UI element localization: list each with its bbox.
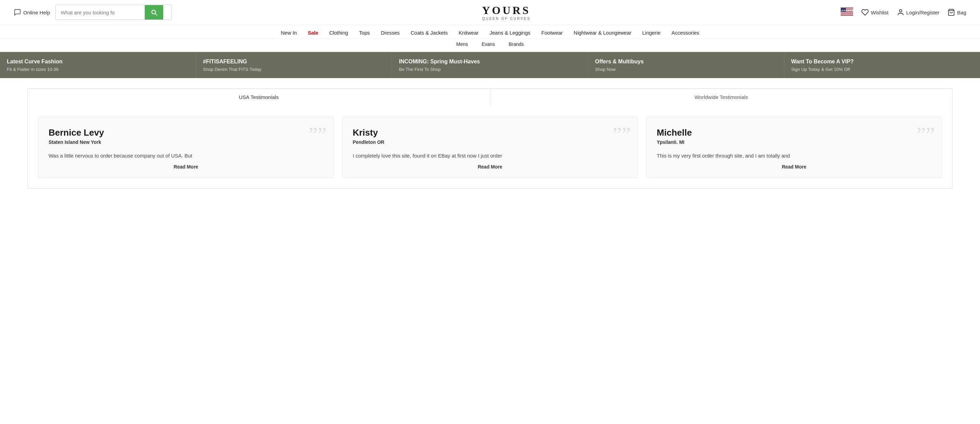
nav-item-nightwear[interactable]: Nightwear & Loungewear	[574, 30, 631, 36]
site-logo[interactable]: YOURS QUEEN OF CURVES	[482, 4, 531, 21]
reviewer-location-0: Staten Island New York	[49, 139, 323, 145]
reviewer-name-0: Bernice Levy	[49, 128, 323, 138]
testimonial-card-1: ”” Kristy Pendleton OR I completely love…	[342, 117, 638, 178]
testimonial-card-2: ”” Michelle Ypsilanti. MI This is my ver…	[646, 117, 942, 178]
quote-mark-0: ””	[308, 124, 326, 145]
nav-item-new-in[interactable]: New In	[281, 30, 297, 36]
chat-icon	[14, 8, 21, 16]
logo-sub-text: QUEEN OF CURVES	[482, 17, 531, 21]
nav-item-lingerie[interactable]: Lingerie	[642, 30, 660, 36]
promo-bar: Latest Curve Fashion Fit & Flatter in si…	[0, 52, 980, 78]
promo-item-0[interactable]: Latest Curve Fashion Fit & Flatter in si…	[0, 52, 196, 78]
svg-point-9	[899, 10, 902, 12]
promo-title-0: Latest Curve Fashion	[7, 58, 189, 65]
online-help-button[interactable]: Online Help	[14, 8, 50, 16]
wishlist-label: Wishlist	[871, 10, 889, 15]
search-icon	[150, 8, 158, 16]
promo-sub-1: Shop Denim That FITS Today	[203, 67, 385, 72]
nav-item-footwear[interactable]: Footwear	[541, 30, 563, 36]
nav-item-jeans-leggings[interactable]: Jeans & Leggings	[490, 30, 530, 36]
bag-label: Bag	[957, 10, 966, 15]
login-button[interactable]: Login/Register	[897, 8, 940, 16]
nav-item-knitwear[interactable]: Knitwear	[458, 30, 478, 36]
nav-item-mens[interactable]: Mens	[456, 41, 468, 47]
testimonial-card-0: ”” Bernice Levy Staten Island New York W…	[38, 117, 334, 178]
nav-item-accessories[interactable]: Accessories	[671, 30, 699, 36]
testimonial-tabs: USA Testimonials Worldwide Testimonials	[27, 88, 953, 107]
promo-sub-0: Fit & Flatter in sizes 10-36	[7, 67, 189, 72]
promo-title-3: Offers & Multibuys	[595, 58, 777, 65]
review-text-1: I completely love this site, found it on…	[353, 152, 628, 160]
reviewer-location-2: Ypsilanti. MI	[657, 139, 931, 145]
quote-mark-2: ””	[917, 124, 935, 145]
nav-item-sale[interactable]: Sale	[308, 30, 318, 36]
primary-nav: New In Sale Clothing Tops Dresses Coats …	[0, 25, 980, 39]
promo-item-2[interactable]: INCOMING: Spring Must-Haves Be The First…	[392, 52, 588, 78]
review-text-2: This is my very first order through site…	[657, 152, 931, 160]
header-right: ★★★★★★ Wishlist Login/Register Bag	[841, 8, 966, 17]
nav-item-coats-jackets[interactable]: Coats & Jackets	[410, 30, 447, 36]
nav-item-brands[interactable]: Brands	[509, 41, 523, 47]
svg-rect-6	[841, 14, 853, 15]
read-more-1[interactable]: Read More	[353, 164, 628, 169]
header-left: Online Help	[14, 5, 172, 20]
site-header: Online Help YOURS QUEEN OF CURVES	[0, 0, 980, 25]
read-more-0[interactable]: Read More	[49, 164, 323, 169]
promo-sub-2: Be The First To Shop	[399, 67, 581, 72]
nav-item-clothing[interactable]: Clothing	[329, 30, 348, 36]
promo-sub-3: Shop Now	[595, 67, 777, 72]
svg-text:★★★★★★: ★★★★★★	[841, 9, 853, 12]
search-button[interactable]	[145, 5, 163, 19]
promo-item-1[interactable]: #FITISAFEELING Shop Denim That FITS Toda…	[196, 52, 392, 78]
promo-title-4: Want To Become A VIP?	[791, 58, 973, 65]
logo-main-text: YOURS	[482, 4, 531, 17]
svg-rect-5	[841, 13, 853, 14]
reviewer-name-2: Michelle	[657, 128, 931, 138]
nav-item-tops[interactable]: Tops	[359, 30, 370, 36]
bag-icon	[948, 8, 955, 16]
flag-selector[interactable]: ★★★★★★	[841, 8, 853, 17]
promo-item-3[interactable]: Offers & Multibuys Shop Now	[588, 52, 784, 78]
read-more-2[interactable]: Read More	[657, 164, 931, 169]
nav-item-evans[interactable]: Evans	[482, 41, 495, 47]
tab-usa-testimonials[interactable]: USA Testimonials	[28, 89, 490, 107]
testimonials-section: ”” Bernice Levy Staten Island New York W…	[27, 107, 953, 189]
promo-title-2: INCOMING: Spring Must-Haves	[399, 58, 581, 65]
quote-mark-1: ””	[612, 124, 631, 145]
tab-worldwide-testimonials[interactable]: Worldwide Testimonials	[490, 89, 953, 107]
bag-button[interactable]: Bag	[948, 8, 966, 16]
wishlist-button[interactable]: Wishlist	[861, 8, 889, 16]
tab-usa-label: USA Testimonials	[239, 94, 278, 100]
review-text-0: Was a little nervous to order because co…	[49, 152, 323, 160]
tab-worldwide-label: Worldwide Testimonials	[695, 94, 748, 100]
user-icon	[897, 8, 904, 16]
search-input[interactable]	[56, 6, 145, 19]
us-flag-icon: ★★★★★★	[841, 8, 853, 16]
reviewer-name-1: Kristy	[353, 128, 628, 138]
promo-item-4[interactable]: Want To Become A VIP? Sign Up Today & Ge…	[784, 52, 980, 78]
svg-rect-4	[841, 12, 853, 13]
promo-sub-4: Sign Up Today & Get 10% Off	[791, 67, 973, 72]
heart-icon	[861, 8, 869, 16]
secondary-nav: Mens Evans Brands	[0, 39, 980, 52]
promo-title-1: #FITISAFEELING	[203, 58, 385, 65]
login-label: Login/Register	[907, 10, 940, 15]
testimonials-grid: ”” Bernice Levy Staten Island New York W…	[38, 117, 942, 178]
reviewer-location-1: Pendleton OR	[353, 139, 628, 145]
nav-item-dresses[interactable]: Dresses	[381, 30, 400, 36]
online-help-label: Online Help	[23, 10, 50, 15]
search-bar	[56, 5, 172, 20]
